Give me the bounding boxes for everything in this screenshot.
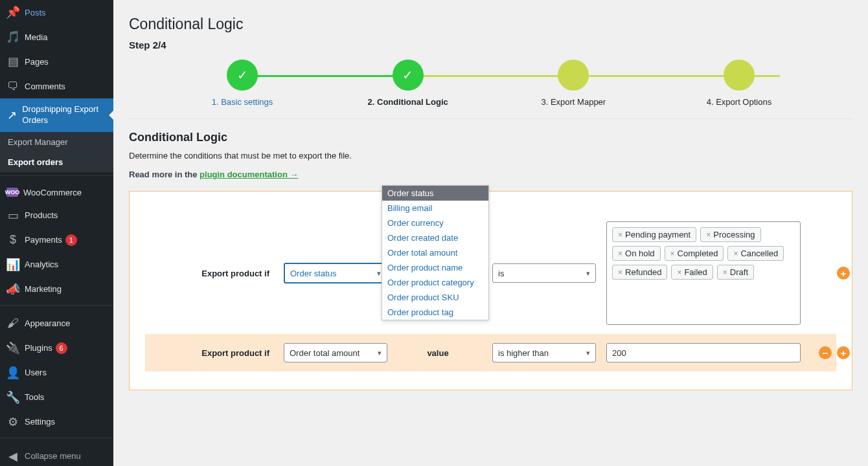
condition-value-input[interactable]	[606, 343, 801, 362]
condition-field-select[interactable]: Order total amount ▾	[284, 343, 387, 362]
step-basic-settings[interactable]: ✓ 1. Basic settings	[187, 60, 297, 107]
remove-icon[interactable]: ×	[677, 268, 681, 277]
dropdown-option[interactable]: Order product name	[382, 260, 488, 275]
tag-label: Refunded	[625, 267, 661, 277]
users-icon: 👤	[6, 366, 19, 379]
sidebar-item-analytics[interactable]: 📊Analytics	[0, 252, 113, 277]
remove-icon[interactable]: ×	[618, 230, 622, 239]
condition-row: Export product if Order status ▾ value i…	[145, 212, 836, 334]
dropdown-option[interactable]: Order product category	[382, 275, 488, 290]
tag-label: Draft	[730, 267, 748, 277]
condition-operator-select[interactable]: is higher than ▾	[492, 343, 596, 362]
remove-icon[interactable]: ×	[670, 249, 675, 258]
dropdown-option[interactable]: Order created date	[382, 230, 488, 245]
sidebar-item-appearance[interactable]: 🖌Appearance	[0, 311, 113, 336]
step-export-options[interactable]: 4. Export Options	[684, 60, 794, 107]
remove-icon[interactable]: ×	[723, 268, 727, 277]
sidebar-item-comments[interactable]: 🗨Comments	[0, 74, 113, 98]
dropdown-option[interactable]: Billing email	[382, 201, 488, 216]
admin-sidebar: 📌Posts 🎵Media ▤Pages 🗨Comments ↗Dropship…	[0, 0, 113, 466]
comments-icon: 🗨	[6, 80, 19, 93]
remove-icon[interactable]: ×	[706, 230, 711, 239]
dropdown-option[interactable]: Order status	[382, 186, 488, 201]
sidebar-item-posts[interactable]: 📌Posts	[0, 0, 113, 25]
add-condition-button[interactable]: +	[837, 346, 850, 359]
tag-completed[interactable]: ×Completed	[665, 246, 724, 261]
tag-refunded[interactable]: ×Refunded	[612, 265, 667, 280]
condition-row: Export product if Order total amount ▾ v…	[145, 334, 836, 372]
submenu-item-export-orders[interactable]: Export orders	[0, 152, 113, 172]
tag-on-hold[interactable]: ×On hold	[612, 246, 661, 261]
sidebar-label: Dropshipping Export Orders	[22, 104, 107, 126]
readmore-text: Read more in the plugin documentation →	[129, 170, 852, 179]
tag-failed[interactable]: ×Failed	[671, 265, 713, 280]
check-icon: ✓	[227, 60, 258, 91]
condition-field-select[interactable]: Order status ▾	[284, 263, 387, 283]
condition-operator-select[interactable]: is ▾	[492, 263, 596, 283]
sidebar-label: Posts	[25, 8, 46, 17]
settings-icon: ⚙	[6, 416, 19, 428]
tag-label: Completed	[678, 249, 718, 258]
dropdown-option[interactable]: Order product SKU	[382, 290, 488, 305]
select-value: is higher than	[498, 348, 549, 358]
chevron-down-icon: ▾	[586, 349, 590, 357]
documentation-link[interactable]: plugin documentation →	[200, 170, 298, 179]
sidebar-label: Tools	[25, 392, 44, 402]
conditions-container: Export product if Order status ▾ value i…	[129, 191, 852, 390]
sidebar-label: Media	[25, 32, 47, 42]
tag-cancelled[interactable]: ×Cancelled	[727, 246, 784, 261]
step-label: 1. Basic settings	[212, 97, 273, 107]
collapse-menu-button[interactable]: ◀Collapse menu	[0, 444, 113, 466]
remove-condition-button[interactable]: −	[819, 346, 832, 359]
sidebar-item-woocommerce[interactable]: WOOWooCommerce	[0, 182, 113, 203]
remove-icon[interactable]: ×	[618, 249, 622, 258]
sidebar-separator	[0, 438, 113, 441]
tag-label: On hold	[625, 249, 655, 258]
sidebar-item-dropshipping-export-orders[interactable]: ↗Dropshipping Export Orders	[0, 98, 113, 132]
select-value: is	[498, 269, 504, 278]
sidebar-item-settings[interactable]: ⚙Settings	[0, 410, 113, 434]
tag-label: Cancelled	[740, 249, 778, 258]
divider	[129, 118, 852, 119]
payments-icon: $	[6, 234, 19, 247]
sidebar-item-pages[interactable]: ▤Pages	[0, 49, 113, 74]
submenu-item-export-manager[interactable]: Export Manager	[0, 132, 113, 152]
dropdown-option[interactable]: Order currency	[382, 216, 488, 230]
tag-draft[interactable]: ×Draft	[717, 265, 754, 280]
tag-label: Processing	[713, 230, 755, 239]
sidebar-label: Collapse menu	[25, 451, 81, 461]
condition-values-multiselect[interactable]: ×Pending payment ×Processing ×On hold ×C…	[606, 221, 801, 325]
dropdown-option[interactable]: Order total amount	[382, 245, 488, 260]
sidebar-item-tools[interactable]: 🔧Tools	[0, 385, 113, 410]
sidebar-label: Plugins	[25, 343, 52, 353]
woocommerce-icon: WOO	[6, 188, 18, 197]
appearance-icon: 🖌	[6, 317, 19, 330]
sidebar-item-users[interactable]: 👤Users	[0, 361, 113, 385]
sidebar-item-plugins[interactable]: 🔌Plugins6	[0, 336, 113, 361]
sidebar-item-media[interactable]: 🎵Media	[0, 25, 113, 49]
tag-pending-payment[interactable]: ×Pending payment	[612, 227, 696, 242]
export-icon: ↗	[6, 109, 17, 122]
sidebar-label: Marketing	[25, 284, 62, 294]
row-actions: − +	[811, 346, 850, 359]
condition-row-label: Export product if	[157, 348, 273, 358]
add-condition-button[interactable]: +	[837, 267, 850, 280]
select-value: Order status	[290, 269, 337, 278]
remove-icon[interactable]: ×	[733, 249, 738, 258]
chevron-down-icon: ▾	[586, 269, 590, 278]
step-label: 3. Export Mapper	[541, 97, 606, 107]
row-actions: +	[811, 267, 850, 280]
marketing-icon: 📣	[6, 283, 19, 296]
tag-processing[interactable]: ×Processing	[700, 227, 760, 242]
sidebar-item-products[interactable]: ▭Products	[0, 203, 113, 228]
media-icon: 🎵	[6, 30, 19, 43]
dropdown-option[interactable]: Order product tag	[382, 305, 488, 320]
step-conditional-logic[interactable]: ✓ 2. Conditional Logic	[353, 60, 463, 107]
condition-row-label: Export product if	[157, 269, 273, 278]
step-export-mapper[interactable]: 3. Export Mapper	[518, 60, 628, 107]
section-description: Determine the conditions that must be me…	[129, 151, 852, 161]
sidebar-item-payments[interactable]: $Payments1	[0, 228, 113, 252]
sidebar-item-marketing[interactable]: 📣Marketing	[0, 277, 113, 302]
select-value: Order total amount	[290, 348, 360, 358]
remove-icon[interactable]: ×	[618, 268, 622, 277]
